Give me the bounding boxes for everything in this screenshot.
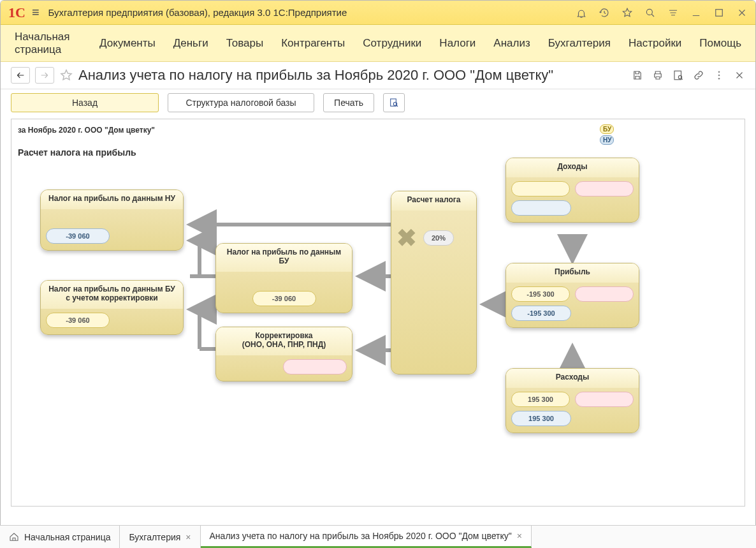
- home-icon: [9, 532, 19, 542]
- menu-employees[interactable]: Сотрудники: [363, 37, 421, 50]
- block-tax-nu[interactable]: Налог на прибыль по данным НУ -39 060: [40, 189, 184, 251]
- block-tax-nu-title: Налог на прибыль по данным НУ: [41, 190, 183, 209]
- svg-point-8: [393, 102, 396, 105]
- block-expense[interactable]: Расходы 195 300 195 300: [505, 368, 639, 433]
- tab-close-icon[interactable]: ×: [517, 531, 522, 541]
- menu-settings[interactable]: Настройки: [629, 37, 681, 50]
- block-profit-pink: [575, 286, 634, 302]
- search-icon[interactable]: [644, 7, 656, 19]
- menu-counterparties[interactable]: Контрагенты: [281, 37, 345, 50]
- preview-icon[interactable]: [672, 70, 684, 81]
- block-expense-yellow: 195 300: [511, 392, 570, 407]
- print-button[interactable]: Печать: [323, 93, 374, 112]
- tab-report[interactable]: Анализ учета по налогу на прибыль за Ноя…: [201, 526, 532, 548]
- block-profit-title: Прибыль: [506, 263, 639, 283]
- menu-help[interactable]: Помощь: [699, 37, 741, 50]
- tab-home[interactable]: Начальная страница: [0, 526, 120, 548]
- block-expense-title: Расходы: [506, 369, 639, 388]
- block-tax-nu-value: -39 060: [46, 228, 110, 244]
- favorite-icon[interactable]: [59, 68, 73, 82]
- menu-icon[interactable]: ≡: [32, 5, 40, 20]
- block-tax-bu-title: Налог на прибыль по данным БУ: [216, 244, 352, 272]
- main-menu: Начальная страница Документы Деньги Това…: [1, 25, 755, 62]
- menu-analysis[interactable]: Анализ: [493, 37, 530, 50]
- block-tax-bu[interactable]: Налог на прибыль по данным БУ -39 060: [215, 243, 353, 313]
- tab-close-icon[interactable]: ×: [185, 532, 191, 542]
- titlebar: 1С ≡ Бухгалтерия предприятия (базовая), …: [1, 1, 755, 25]
- block-calc-title: Расчет налога: [391, 191, 476, 211]
- block-income[interactable]: Доходы: [505, 158, 639, 223]
- minimize-icon[interactable]: [690, 7, 702, 19]
- link-icon[interactable]: [693, 70, 704, 81]
- report-header: Анализ учета по налогу на прибыль за Ноя…: [1, 62, 755, 89]
- block-profit-yellow: -195 300: [511, 286, 570, 302]
- svg-point-4: [718, 71, 720, 73]
- block-income-yellow: [511, 181, 570, 196]
- menu-goods[interactable]: Товары: [226, 37, 263, 50]
- star-icon[interactable]: [622, 7, 633, 19]
- print-icon[interactable]: [652, 70, 664, 81]
- close-icon[interactable]: [736, 7, 748, 19]
- diagram: Налог на прибыль по данным НУ -39 060 На…: [11, 119, 745, 506]
- bell-icon[interactable]: [576, 7, 587, 19]
- block-tax-bu-value: -39 060: [252, 291, 316, 306]
- block-correction-title: Корректировка (ОНО, ОНА, ПНР, ПНД): [216, 327, 352, 355]
- menu-documents[interactable]: Документы: [99, 37, 156, 50]
- report-canvas: за Ноябрь 2020 г. ООО "Дом цветку" Расче…: [11, 119, 745, 507]
- nav-forward-button: [35, 67, 54, 84]
- nav-back-button[interactable]: [11, 67, 30, 84]
- block-calc-rate: 20%: [423, 230, 454, 246]
- block-income-title: Доходы: [506, 158, 639, 177]
- report-title: Анализ учета по налогу на прибыль за Ноя…: [78, 67, 627, 84]
- menu-home[interactable]: Начальная страница: [15, 31, 82, 56]
- block-income-pink: [575, 181, 634, 196]
- app-title: Бухгалтерия предприятия (базовая), редак…: [48, 7, 576, 18]
- settings-icon[interactable]: [667, 7, 679, 19]
- close-report-icon[interactable]: [734, 70, 745, 81]
- block-profit-blue: -195 300: [511, 306, 571, 321]
- block-tax-bu-corr-value: -39 060: [46, 313, 110, 328]
- logo-1c: 1С: [8, 4, 25, 21]
- block-expense-pink: [575, 392, 634, 407]
- save-icon[interactable]: [632, 70, 643, 81]
- block-expense-blue: 195 300: [511, 411, 571, 426]
- tab-accounting-label: Бухгалтерия: [129, 532, 180, 542]
- block-calc[interactable]: Расчет налога ✖ 20%: [391, 191, 477, 374]
- svg-point-6: [718, 78, 720, 80]
- svg-point-0: [646, 9, 652, 15]
- menu-taxes[interactable]: Налоги: [439, 37, 476, 50]
- maximize-icon[interactable]: [713, 7, 725, 19]
- tab-report-label: Анализ учета по налогу на прибыль за Ноя…: [210, 531, 512, 541]
- back-button[interactable]: Назад: [11, 93, 159, 112]
- menu-accounting[interactable]: Бухгалтерия: [548, 37, 611, 50]
- block-tax-bu-corr-title: Налог на прибыль по данным БУ с учетом к…: [41, 281, 183, 309]
- tab-home-label: Начальная страница: [24, 532, 110, 542]
- block-tax-bu-corr[interactable]: Налог на прибыль по данным БУ с учетом к…: [40, 280, 184, 335]
- svg-point-5: [718, 75, 720, 77]
- block-correction[interactable]: Корректировка (ОНО, ОНА, ПНР, ПНД): [215, 327, 353, 381]
- block-income-blue: [511, 200, 571, 216]
- tab-accounting[interactable]: Бухгалтерия ×: [120, 526, 200, 548]
- action-toolbar: Назад Структура налоговой базы Печать: [1, 89, 755, 119]
- multiply-icon: ✖: [396, 228, 417, 248]
- more-icon[interactable]: [713, 70, 725, 81]
- block-correction-empty: [283, 359, 347, 374]
- menu-money[interactable]: Деньги: [173, 37, 208, 50]
- history-icon[interactable]: [599, 7, 610, 19]
- block-profit[interactable]: Прибыль -195 300 -195 300: [505, 263, 639, 328]
- statusbar: Начальная страница Бухгалтерия × Анализ …: [0, 525, 756, 548]
- zoom-button[interactable]: [383, 93, 405, 112]
- tax-structure-button[interactable]: Структура налоговой базы: [168, 93, 314, 112]
- svg-rect-1: [716, 9, 723, 16]
